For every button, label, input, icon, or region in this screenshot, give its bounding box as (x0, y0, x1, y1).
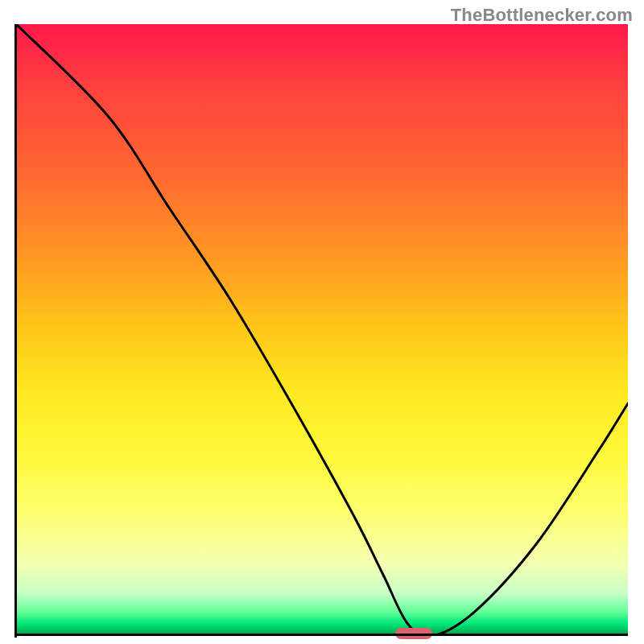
bottleneck-chart: TheBottlenecker.com (0, 0, 644, 644)
x-axis (16, 634, 628, 636)
watermark-text: TheBottlenecker.com (451, 5, 633, 26)
y-axis (14, 24, 17, 638)
bottleneck-line (16, 24, 628, 636)
